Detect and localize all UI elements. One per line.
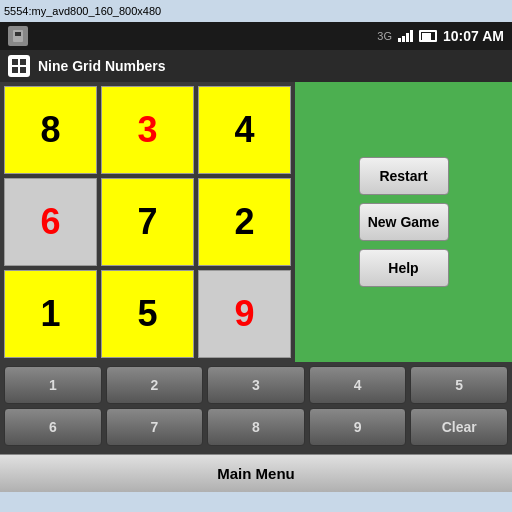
side-panel: Restart New Game Help [295, 82, 512, 362]
status-right: 3G 10:07 AM [377, 28, 504, 44]
status-bar: 3G 10:07 AM [0, 22, 512, 50]
numpad-btn-4[interactable]: 4 [309, 366, 407, 404]
numpad-btn-3[interactable]: 3 [207, 366, 305, 404]
signal-bars [398, 30, 413, 42]
app-icon [8, 55, 30, 77]
numpad-btn-2[interactable]: 2 [106, 366, 204, 404]
numpad-btn-8[interactable]: 8 [207, 408, 305, 446]
main-content: 834672159 Restart New Game Help [0, 82, 512, 362]
restart-button[interactable]: Restart [359, 157, 449, 195]
title-bar: 5554:my_avd800_160_800x480 [0, 0, 512, 22]
main-menu-label: Main Menu [217, 465, 295, 482]
grid-area: 834672159 [0, 82, 295, 362]
numpad-btn-6[interactable]: 6 [4, 408, 102, 446]
window-title: 5554:my_avd800_160_800x480 [4, 5, 161, 17]
numpad-btn-7[interactable]: 7 [106, 408, 204, 446]
svg-rect-5 [20, 67, 26, 73]
status-left [8, 26, 28, 46]
grid-cell-0[interactable]: 8 [4, 86, 97, 174]
svg-rect-2 [12, 59, 18, 65]
numpad-btn-clear[interactable]: Clear [410, 408, 508, 446]
main-menu-bar[interactable]: Main Menu [0, 454, 512, 492]
numpad-row1: 12345 [4, 366, 508, 404]
grid-cell-8[interactable]: 9 [198, 270, 291, 358]
battery-icon [419, 30, 437, 42]
numpad-btn-5[interactable]: 5 [410, 366, 508, 404]
network-label: 3G [377, 30, 392, 42]
grid-cell-3[interactable]: 6 [4, 178, 97, 266]
new-game-button[interactable]: New Game [359, 203, 449, 241]
time-display: 10:07 AM [443, 28, 504, 44]
grid-cell-5[interactable]: 2 [198, 178, 291, 266]
help-button[interactable]: Help [359, 249, 449, 287]
grid-cell-2[interactable]: 4 [198, 86, 291, 174]
grid-cell-4[interactable]: 7 [101, 178, 194, 266]
app-title: Nine Grid Numbers [38, 58, 166, 74]
numpad-area: 12345 6789Clear [0, 362, 512, 454]
grid-cell-1[interactable]: 3 [101, 86, 194, 174]
numpad-btn-9[interactable]: 9 [309, 408, 407, 446]
svg-rect-1 [15, 32, 21, 36]
grid-cell-7[interactable]: 5 [101, 270, 194, 358]
grid-cell-6[interactable]: 1 [4, 270, 97, 358]
numpad-btn-1[interactable]: 1 [4, 366, 102, 404]
svg-rect-4 [12, 67, 18, 73]
svg-rect-3 [20, 59, 26, 65]
app-title-bar: Nine Grid Numbers [0, 50, 512, 82]
numpad-row2: 6789Clear [4, 408, 508, 446]
sim-icon [8, 26, 28, 46]
